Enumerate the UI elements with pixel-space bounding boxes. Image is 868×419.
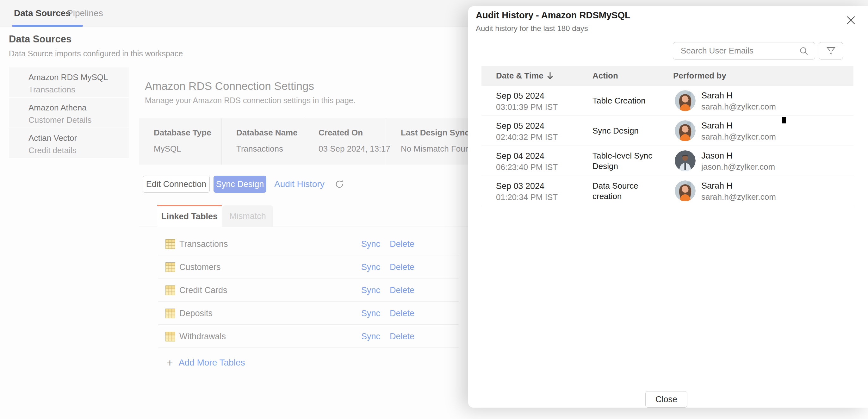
info-column-value: MySQL	[154, 144, 221, 154]
audit-table-header: Date & Time Action Performed by	[482, 66, 854, 86]
table-grid-icon	[165, 239, 175, 249]
close-icon[interactable]	[845, 14, 857, 26]
tab-pipelines[interactable]: Pipelines	[67, 8, 103, 18]
audit-date: Sep 03 2024	[496, 181, 545, 191]
add-more-tables-label: Add More Tables	[179, 358, 245, 368]
column-header-performed-by: Performed by	[673, 71, 726, 81]
connection-info-column: Last Design Sync status No Mismatch Foun…	[386, 118, 468, 164]
data-source-list-item[interactable]: Amazon RDS MySQL Transactions	[9, 67, 129, 97]
audit-history-link[interactable]: Audit History	[274, 179, 324, 189]
audit-history-modal: Audit History - Amazon RDSMySQL Audit hi…	[468, 6, 868, 408]
performer-name: Jason H	[701, 151, 733, 161]
audit-row: Sep 03 2024 01:20:34 PM IST Data Source …	[482, 176, 854, 206]
linked-tables-list: Transactions Sync Delete Customers Sync …	[158, 232, 459, 348]
linked-table-row: Withdrawals Sync Delete	[158, 325, 459, 348]
tab-linked-tables[interactable]: Linked Tables	[157, 205, 222, 227]
sort-descending-icon	[547, 72, 554, 80]
active-tab-underline	[12, 25, 83, 27]
sync-table-link[interactable]: Sync	[361, 332, 380, 341]
data-source-table: Customer Details	[28, 115, 129, 125]
connection-settings-subtitle: Manage your Amazon RDS connection settin…	[145, 96, 355, 105]
plus-icon: +	[167, 358, 173, 367]
table-grid-icon	[165, 286, 175, 295]
refresh-icon[interactable]	[334, 179, 345, 189]
performer-email: sarah.h@zylker.com	[701, 132, 776, 142]
delete-table-link[interactable]: Delete	[390, 286, 414, 295]
audit-row: Sep 05 2024 03:01:39 PM IST Table Creati…	[482, 86, 854, 116]
filter-button[interactable]	[819, 42, 843, 59]
search-field-wrap	[673, 42, 815, 59]
audit-action: Table Creation	[592, 86, 667, 116]
avatar	[675, 120, 695, 141]
connection-info-column: Database Name Transactions	[221, 118, 304, 164]
add-more-tables-button[interactable]: + Add More Tables	[167, 358, 245, 368]
audit-action: Data Source creation	[592, 176, 667, 206]
performer-name: Sarah H	[701, 121, 733, 131]
audit-table-rows: Sep 05 2024 03:01:39 PM IST Table Creati…	[482, 86, 854, 206]
close-button[interactable]: Close	[645, 391, 687, 408]
page-title: Data Sources	[9, 34, 71, 45]
linked-table-name: Withdrawals	[179, 332, 226, 341]
sync-table-link[interactable]: Sync	[361, 308, 380, 318]
audit-action: Table-level Sync Design	[592, 146, 667, 176]
avatar	[675, 150, 695, 171]
info-column-label: Created On	[318, 128, 386, 138]
audit-time: 01:20:34 PM IST	[496, 192, 558, 202]
tab-mismatch[interactable]: Mismatch	[222, 205, 273, 227]
data-source-table: Transactions	[28, 85, 129, 95]
info-column-value: No Mismatch Found	[401, 144, 468, 154]
search-user-emails-input[interactable]	[673, 46, 799, 56]
audit-date: Sep 05 2024	[496, 91, 545, 101]
delete-table-link[interactable]: Delete	[390, 262, 414, 272]
sync-table-link[interactable]: Sync	[361, 286, 380, 295]
audit-row: Sep 05 2024 02:40:32 PM IST Sync Design	[482, 116, 854, 146]
column-header-datetime[interactable]: Date & Time	[496, 71, 592, 81]
delete-table-link[interactable]: Delete	[390, 332, 414, 341]
modal-subtitle: Audit history for the last 180 days	[476, 24, 588, 33]
edit-connection-button[interactable]: Edit Connection	[143, 176, 210, 193]
data-source-name: Amazon Athena	[28, 103, 129, 113]
audit-date: Sep 05 2024	[496, 121, 545, 131]
table-grid-icon	[165, 332, 175, 341]
delete-table-link[interactable]: Delete	[390, 239, 414, 249]
performer-name: Sarah H	[701, 91, 733, 101]
page-subtitle: Data Source imports configured in this w…	[9, 49, 183, 58]
connection-info-column: Database Type MySQL	[139, 118, 221, 164]
sync-table-link[interactable]: Sync	[361, 239, 380, 249]
render-artifact-mark	[782, 117, 786, 123]
table-grid-icon	[165, 308, 175, 318]
filter-icon	[826, 46, 836, 56]
data-source-name: Actian Vector	[28, 133, 129, 143]
data-source-table: Credit details	[28, 146, 129, 155]
sync-table-link[interactable]: Sync	[361, 262, 380, 272]
linked-table-row: Credit Cards Sync Delete	[158, 278, 459, 302]
avatar	[675, 90, 695, 111]
info-column-value: Transactions	[236, 144, 304, 154]
info-column-value: 03 Sep 2024, 13:17	[318, 144, 386, 154]
tab-data-sources[interactable]: Data Sources	[14, 8, 70, 18]
audit-time: 02:40:32 PM IST	[496, 132, 558, 142]
linked-table-name: Deposits	[179, 308, 213, 318]
performer-email: jason.h@zylker.com	[701, 162, 775, 172]
data-source-list: Amazon RDS MySQL Transactions Amazon Ath…	[9, 67, 129, 158]
linked-table-name: Transactions	[179, 239, 228, 249]
sync-design-button[interactable]: Sync Design	[214, 176, 266, 193]
connection-info-column: Created On 03 Sep 2024, 13:17	[304, 118, 386, 164]
linked-table-row: Deposits Sync Delete	[158, 302, 459, 325]
data-source-list-item[interactable]: Amazon Athena Customer Details	[9, 98, 129, 127]
data-source-list-item[interactable]: Actian Vector Credit details	[9, 128, 129, 158]
performer-email: sarah.h@zylker.com	[701, 102, 776, 112]
linked-table-row: Transactions Sync Delete	[158, 232, 459, 256]
audit-time: 06:23:40 PM IST	[496, 162, 558, 172]
avatar	[675, 180, 695, 201]
column-header-action: Action	[592, 71, 673, 81]
delete-table-link[interactable]: Delete	[390, 308, 414, 318]
audit-time: 03:01:39 PM IST	[496, 102, 558, 112]
audit-date: Sep 04 2024	[496, 151, 545, 161]
info-column-label: Last Design Sync status	[401, 128, 468, 138]
table-grid-icon	[165, 262, 175, 272]
info-column-label: Database Name	[236, 128, 304, 138]
data-source-name: Amazon RDS MySQL	[28, 72, 129, 82]
performer-email: sarah.h@zylker.com	[701, 192, 776, 202]
linked-table-row: Customers Sync Delete	[158, 256, 459, 278]
